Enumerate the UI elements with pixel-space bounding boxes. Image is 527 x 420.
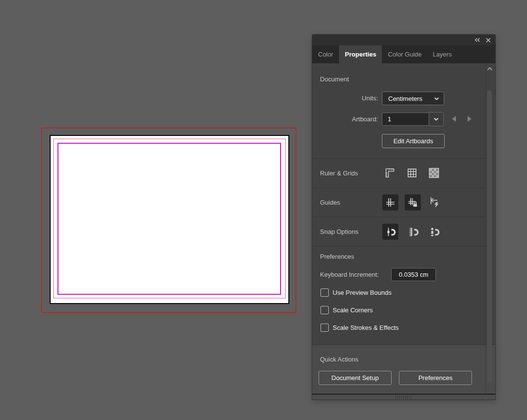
scale-corners-label: Scale Corners: [333, 306, 373, 314]
keyboard-increment-label: Keyboard Increment:: [320, 271, 379, 278]
document-setup-label: Document Setup: [332, 374, 379, 382]
next-artboard-icon[interactable]: [468, 116, 471, 122]
keyboard-increment-field[interactable]: 0.0353 cm: [391, 268, 436, 281]
section-divider: [312, 344, 495, 345]
edit-artboards-button[interactable]: Edit Artboards: [382, 134, 445, 148]
quick-actions-section: [312, 344, 495, 394]
preferences-button-label: Preferences: [418, 374, 452, 382]
previous-artboard-icon[interactable]: [452, 116, 456, 122]
panel-tabs: Color Properties Color Guide Layers: [312, 45, 495, 63]
artboard-number-value: 1: [388, 115, 391, 123]
ruler-grids-label: Ruler & Grids: [320, 170, 358, 177]
keyboard-increment-value: 0.0353 cm: [399, 271, 429, 278]
units-dropdown[interactable]: Centimeters: [382, 92, 444, 105]
artboard-number-field[interactable]: 1: [382, 113, 434, 126]
document-setup-button[interactable]: Document Setup: [319, 371, 392, 385]
panel-header: [312, 35, 495, 45]
scale-corners-checkbox[interactable]: [320, 306, 329, 314]
ruler-icon[interactable]: [384, 167, 395, 179]
section-divider: [312, 188, 486, 188]
snap-to-pixel-icon[interactable]: [426, 224, 442, 240]
tab-color-guide[interactable]: Color Guide: [382, 45, 427, 63]
use-preview-bounds-checkbox[interactable]: [320, 288, 329, 297]
units-label: Units:: [312, 95, 378, 102]
illustrator-workspace: Color Properties Color Guide Layers Docu…: [0, 0, 527, 420]
use-preview-bounds-label: Use Preview Bounds: [333, 289, 392, 296]
units-value: Centimeters: [382, 95, 430, 102]
smart-guides-icon[interactable]: [427, 195, 442, 210]
guides-label: Guides: [320, 199, 340, 206]
document-section-label: Document: [320, 76, 349, 83]
scale-strokes-effects-label: Scale Strokes & Effects: [333, 324, 399, 331]
section-divider: [312, 246, 486, 247]
close-panel-icon[interactable]: [485, 37, 492, 43]
preferences-button[interactable]: Preferences: [399, 371, 472, 385]
collapse-panel-icon[interactable]: [473, 37, 481, 43]
scrollbar-thumb[interactable]: [487, 90, 492, 382]
grid-icon[interactable]: [406, 167, 418, 179]
panel-resize-bar: [312, 395, 495, 400]
chevron-down-icon: [430, 97, 444, 100]
transparency-grid-icon[interactable]: [428, 167, 440, 179]
scale-strokes-effects-checkbox[interactable]: [320, 324, 329, 332]
quick-actions-label: Quick Actions: [320, 356, 358, 363]
artboard-label: Artboard:: [312, 115, 378, 123]
section-divider: [312, 158, 486, 159]
properties-panel: Color Properties Color Guide Layers Docu…: [312, 35, 495, 400]
snap-options-label: Snap Options: [320, 228, 358, 235]
snap-to-point-icon[interactable]: [382, 224, 398, 240]
inner-margin-guide[interactable]: [57, 143, 281, 295]
tab-layers[interactable]: Layers: [427, 45, 457, 63]
panel-resize-gripper[interactable]: [395, 396, 412, 399]
snap-to-grid-icon[interactable]: [405, 224, 421, 240]
tab-color[interactable]: Color: [312, 45, 339, 63]
scroll-up-icon[interactable]: [486, 65, 493, 73]
section-divider: [312, 217, 486, 217]
scrollbar-track-divider: [486, 63, 486, 394]
lock-guides-icon[interactable]: [405, 194, 421, 210]
preferences-section-label: Preferences: [320, 253, 354, 260]
artboard-dropdown-button[interactable]: [429, 112, 444, 126]
show-guides-icon[interactable]: [382, 194, 398, 210]
edit-artboards-label: Edit Artboards: [394, 137, 433, 145]
tab-properties[interactable]: Properties: [339, 45, 382, 63]
